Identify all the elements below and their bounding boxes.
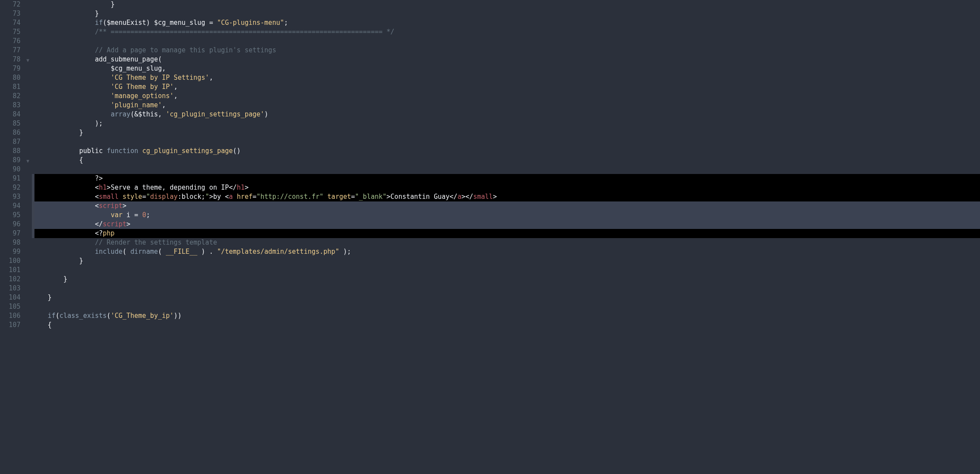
code-line[interactable]: ?> xyxy=(32,174,980,183)
code-line-text: 'plugin_name', xyxy=(32,101,166,109)
line-number[interactable]: 81 xyxy=(0,82,32,92)
line-number[interactable]: 87 xyxy=(0,137,32,147)
code-line[interactable]: <script> xyxy=(32,201,980,211)
line-number[interactable]: 82 xyxy=(0,92,32,101)
line-number[interactable]: 94 xyxy=(0,201,32,211)
code-line[interactable]: ); xyxy=(32,119,980,128)
code-line[interactable]: // Render the settings template xyxy=(32,238,980,247)
code-line[interactable]: 'manage_options', xyxy=(32,92,980,101)
line-number[interactable]: 107 xyxy=(0,321,32,330)
line-number[interactable]: 83 xyxy=(0,101,32,110)
code-line-text: ?> xyxy=(32,174,103,182)
code-line-text: <?php xyxy=(32,229,115,237)
line-number[interactable]: 93 xyxy=(0,192,32,201)
code-line[interactable]: </script> xyxy=(32,220,980,229)
code-line-text: public function cg_plugin_settings_page(… xyxy=(32,147,241,155)
code-line[interactable]: $cg_menu_slug, xyxy=(32,64,980,73)
line-number-gutter[interactable]: 72737475767778▼7980818283848586878889▼90… xyxy=(0,0,32,474)
line-number[interactable]: 95 xyxy=(0,211,32,220)
code-line[interactable]: /** ====================================… xyxy=(32,27,980,37)
line-number[interactable]: 89▼ xyxy=(0,156,32,165)
code-line[interactable]: array(&$this, 'cg_plugin_settings_page') xyxy=(32,110,980,119)
code-line[interactable]: public function cg_plugin_settings_page(… xyxy=(32,147,980,156)
code-line[interactable]: { xyxy=(32,156,980,165)
code-line[interactable]: // Add a page to manage this plugin's se… xyxy=(32,46,980,55)
code-line[interactable]: <h1>Serve a theme, depending on IP</h1> xyxy=(32,183,980,192)
line-number[interactable]: 106 xyxy=(0,311,32,321)
code-line-text: <script> xyxy=(32,202,127,210)
line-number[interactable]: 76 xyxy=(0,37,32,46)
line-number[interactable]: 96 xyxy=(0,220,32,229)
code-line-text: if(class_exists('CG_Theme_by_ip')) xyxy=(32,312,182,320)
code-line[interactable] xyxy=(32,37,980,46)
code-line[interactable] xyxy=(32,266,980,275)
code-line[interactable] xyxy=(32,165,980,174)
line-number[interactable]: 74 xyxy=(0,18,32,27)
code-line-text: } xyxy=(32,293,51,301)
line-number[interactable]: 79 xyxy=(0,64,32,73)
code-line[interactable] xyxy=(32,284,980,293)
code-editor[interactable]: 72737475767778▼7980818283848586878889▼90… xyxy=(0,0,980,474)
code-line-text: } xyxy=(32,10,99,17)
line-number[interactable]: 100 xyxy=(0,256,32,266)
line-number[interactable]: 105 xyxy=(0,302,32,311)
code-line[interactable]: } xyxy=(32,256,980,266)
line-number[interactable]: 97 xyxy=(0,229,32,238)
line-number[interactable]: 78▼ xyxy=(0,55,32,64)
code-line-text: array(&$this, 'cg_plugin_settings_page') xyxy=(32,110,268,118)
code-line[interactable]: 'plugin_name', xyxy=(32,101,980,110)
line-number[interactable]: 72 xyxy=(0,0,32,9)
code-line-text: // Render the settings template xyxy=(32,239,217,246)
fold-marker-icon[interactable]: ▼ xyxy=(26,56,29,65)
code-line-text: 'CG Theme by IP Settings', xyxy=(32,74,213,82)
line-number[interactable]: 92 xyxy=(0,183,32,192)
code-line-text: } xyxy=(32,275,67,283)
line-number[interactable]: 104 xyxy=(0,293,32,302)
code-line[interactable]: include( dirname( __FILE__ ) . "/templat… xyxy=(32,247,980,256)
line-number[interactable]: 98 xyxy=(0,238,32,247)
code-line-text: } xyxy=(32,257,83,265)
line-number[interactable]: 80 xyxy=(0,73,32,82)
line-number[interactable]: 77 xyxy=(0,46,32,55)
code-line[interactable]: <small style="display:block;">by <a href… xyxy=(32,192,980,201)
code-line[interactable]: if($menuExist) $cg_menu_slug = "CG-plugi… xyxy=(32,18,980,27)
line-number[interactable]: 75 xyxy=(0,27,32,37)
line-number[interactable]: 101 xyxy=(0,266,32,275)
line-number[interactable]: 99 xyxy=(0,247,32,256)
line-number[interactable]: 103 xyxy=(0,284,32,293)
code-line[interactable]: 'CG Theme by IP Settings', xyxy=(32,73,980,82)
line-number[interactable]: 86 xyxy=(0,128,32,137)
line-number[interactable]: 73 xyxy=(0,9,32,18)
code-line[interactable]: add_submenu_page( xyxy=(32,55,980,64)
code-line-text: </script> xyxy=(32,220,130,228)
code-line-text: <h1>Serve a theme, depending on IP</h1> xyxy=(32,184,249,191)
line-number[interactable]: 90 xyxy=(0,165,32,174)
line-number[interactable]: 91 xyxy=(0,174,32,183)
line-number[interactable]: 88 xyxy=(0,147,32,156)
line-number[interactable]: 84 xyxy=(0,110,32,119)
code-line-text: // Add a page to manage this plugin's se… xyxy=(32,46,276,54)
line-number[interactable]: 102 xyxy=(0,275,32,284)
code-line-text: /** ====================================… xyxy=(32,28,394,36)
code-line[interactable]: } xyxy=(32,0,980,9)
code-line[interactable]: } xyxy=(32,128,980,137)
fold-marker-icon[interactable]: ▼ xyxy=(26,157,29,166)
code-area[interactable]: } } if($menuExist) $cg_menu_slug = "CG-p… xyxy=(32,0,980,474)
code-line[interactable]: var i = 0; xyxy=(32,211,980,220)
code-line[interactable]: 'CG Theme by IP', xyxy=(32,82,980,92)
code-line[interactable]: } xyxy=(32,293,980,302)
code-line[interactable] xyxy=(32,137,980,147)
code-line-text: if($menuExist) $cg_menu_slug = "CG-plugi… xyxy=(32,19,288,27)
code-line[interactable]: } xyxy=(32,9,980,18)
line-number[interactable]: 85 xyxy=(0,119,32,128)
code-line[interactable] xyxy=(32,302,980,311)
code-line-text: 'manage_options', xyxy=(32,92,178,100)
code-line[interactable]: if(class_exists('CG_Theme_by_ip')) xyxy=(32,311,980,321)
code-line-text: <small style="display:block;">by <a href… xyxy=(32,193,497,201)
code-line-text: } xyxy=(32,129,83,136)
code-line[interactable]: <?php xyxy=(32,229,980,238)
code-line-text: include( dirname( __FILE__ ) . "/templat… xyxy=(32,248,351,256)
code-line[interactable]: { xyxy=(32,321,980,330)
code-line[interactable]: } xyxy=(32,275,980,284)
code-line-text: add_submenu_page( xyxy=(32,55,162,63)
